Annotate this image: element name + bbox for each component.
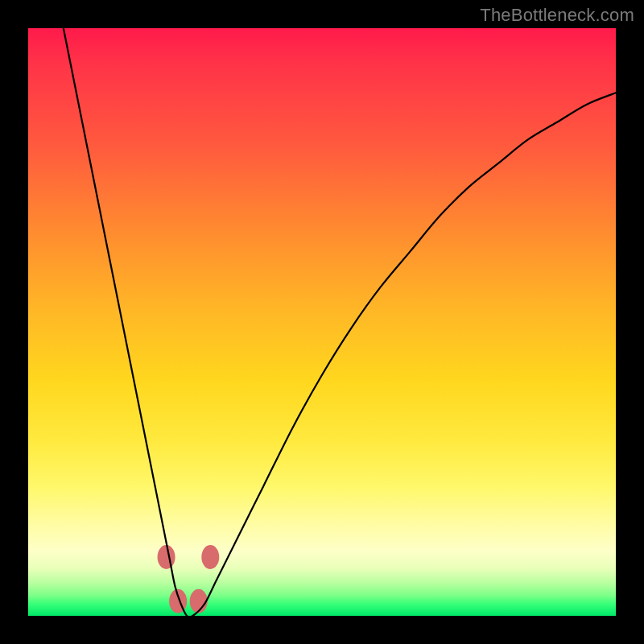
bottleneck-curve [64,28,616,617]
markers-group [158,545,220,613]
chart-frame: TheBottleneck.com [0,0,644,644]
watermark-label: TheBottleneck.com [480,5,634,26]
marker-right-lower [190,589,208,613]
marker-left-upper [158,545,175,569]
curve-layer [28,28,616,616]
plot-area [28,28,616,616]
marker-right-upper [201,545,219,569]
